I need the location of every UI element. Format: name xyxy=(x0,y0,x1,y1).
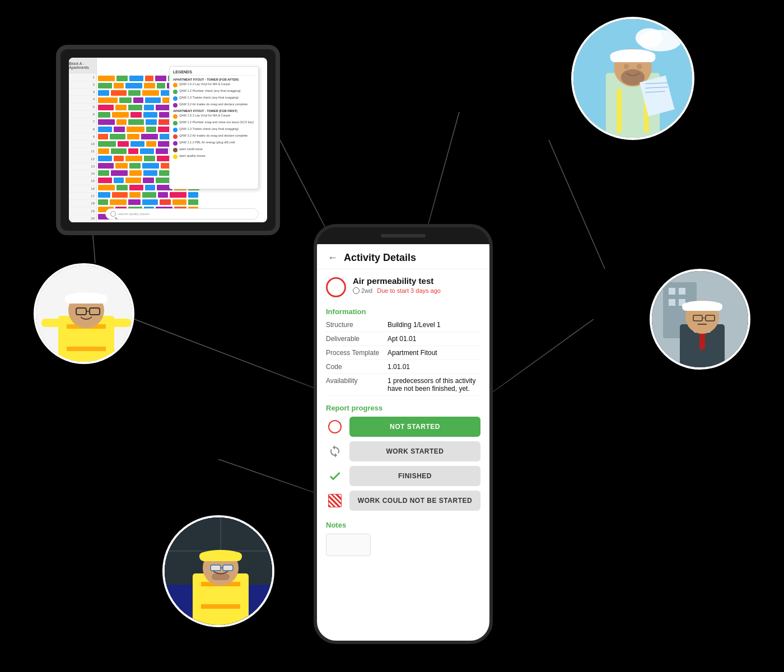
gantt-row-label: 11 xyxy=(69,148,96,155)
info-row-availability: Availability 1 predecessors of this acti… xyxy=(326,374,480,396)
gantt-row-label: 14 xyxy=(69,170,96,178)
info-row-deliverable: Deliverable Apt 01.01 xyxy=(326,332,480,346)
legend-title: LEGENDS xyxy=(173,70,255,76)
svg-rect-113 xyxy=(116,119,127,125)
report-progress-header: Report progress xyxy=(317,400,489,414)
gantt-sidebar-header: Block A - Apartments xyxy=(69,58,96,73)
phone-device: ← Activity Details Air permeability test… xyxy=(314,224,493,644)
svg-rect-143 xyxy=(140,148,154,154)
finished-button[interactable]: FINISHED xyxy=(349,466,480,486)
work-started-button[interactable]: WORK STARTED xyxy=(349,441,480,461)
progress-option-finished[interactable]: FINISHED xyxy=(326,466,480,486)
worker-photo-top-right xyxy=(571,17,694,140)
gantt-row-label: 16 xyxy=(69,185,96,193)
activity-status-circle xyxy=(326,277,346,297)
svg-rect-115 xyxy=(146,119,157,125)
svg-rect-69 xyxy=(116,76,128,81)
work-started-icon xyxy=(326,442,344,460)
info-row-structure: Structure Building 1/Level 1 xyxy=(326,318,480,332)
svg-rect-70 xyxy=(129,76,143,81)
svg-rect-80 xyxy=(157,83,165,88)
svg-rect-85 xyxy=(111,90,127,96)
svg-rect-175 xyxy=(98,185,115,190)
svg-rect-43 xyxy=(201,604,240,609)
gantt-row-label: 3 xyxy=(69,88,96,96)
svg-rect-109 xyxy=(159,112,169,118)
progress-option-not-started[interactable]: NOT STARTED xyxy=(326,417,480,437)
not-started-button[interactable]: NOT STARTED xyxy=(349,417,480,437)
svg-rect-105 xyxy=(98,112,110,118)
gantt-row-label: 20 xyxy=(69,215,96,222)
gantt-row-label: 12 xyxy=(69,155,96,162)
progress-option-could-not-start[interactable]: WORK COULD NOT BE STARTED xyxy=(326,491,480,511)
svg-rect-48 xyxy=(223,565,233,571)
svg-rect-183 xyxy=(112,192,128,198)
svg-rect-101 xyxy=(144,105,154,110)
notes-header: Notes xyxy=(317,517,489,531)
svg-rect-171 xyxy=(143,178,154,183)
progress-option-work-started[interactable]: WORK STARTED xyxy=(326,441,480,461)
svg-rect-127 xyxy=(110,134,125,139)
svg-rect-76 xyxy=(98,83,112,88)
not-started-icon xyxy=(326,418,344,436)
structure-label: Structure xyxy=(326,321,388,329)
svg-rect-176 xyxy=(116,185,128,190)
gantt-row-label: 19 xyxy=(69,207,96,214)
svg-rect-148 xyxy=(114,156,124,161)
svg-rect-77 xyxy=(114,83,124,88)
code-value: 1.01.01 xyxy=(388,363,480,371)
svg-rect-192 xyxy=(142,199,158,205)
search-bar[interactable]: search quality issues xyxy=(105,208,259,220)
gantt-row-label: 2 xyxy=(69,81,96,88)
gantt-chart[interactable]: LEGENDS APARTMENT FITOUT - TOWER (FGB AF… xyxy=(97,58,267,222)
svg-rect-149 xyxy=(125,156,142,161)
activity-info-row: Air permeability test 2wd Due to start 3… xyxy=(317,269,489,304)
hatch-pattern-icon xyxy=(328,494,342,507)
svg-rect-56 xyxy=(669,299,675,306)
svg-rect-17 xyxy=(617,89,622,132)
notes-input[interactable] xyxy=(326,534,371,556)
svg-rect-162 xyxy=(111,170,128,176)
svg-rect-46 xyxy=(199,552,242,561)
svg-rect-13 xyxy=(610,53,656,62)
svg-rect-169 xyxy=(114,178,124,183)
svg-rect-87 xyxy=(142,90,159,96)
svg-rect-79 xyxy=(144,83,155,88)
could-not-start-button[interactable]: WORK COULD NOT BE STARTED xyxy=(349,491,480,511)
svg-rect-128 xyxy=(127,134,139,139)
svg-rect-54 xyxy=(669,288,675,295)
svg-rect-86 xyxy=(128,90,141,96)
svg-rect-93 xyxy=(133,97,143,103)
svg-rect-164 xyxy=(143,170,157,176)
svg-rect-30 xyxy=(65,295,108,304)
svg-rect-71 xyxy=(145,76,153,81)
svg-rect-163 xyxy=(129,170,142,176)
finished-label: FINISHED xyxy=(398,472,432,480)
svg-rect-91 xyxy=(98,97,118,103)
svg-rect-136 xyxy=(146,141,156,147)
could-not-start-icon xyxy=(326,492,344,510)
phone-notch xyxy=(317,227,489,244)
gantt-row-label: 5 xyxy=(69,104,96,111)
svg-rect-182 xyxy=(98,192,110,198)
svg-rect-195 xyxy=(188,199,198,205)
activity-meta: 2wd Due to start 3 days ago xyxy=(353,287,441,294)
svg-rect-189 xyxy=(98,199,108,205)
svg-rect-27 xyxy=(67,347,106,351)
gantt-row-label: 6 xyxy=(69,111,96,118)
back-button[interactable]: ← xyxy=(326,251,339,264)
svg-rect-170 xyxy=(125,178,141,183)
info-row-code: Code 1.01.01 xyxy=(326,360,480,374)
info-table: Structure Building 1/Level 1 Deliverable… xyxy=(317,318,489,396)
svg-rect-141 xyxy=(111,148,127,154)
svg-rect-108 xyxy=(143,112,157,118)
code-label: Code xyxy=(326,363,388,371)
deliverable-label: Deliverable xyxy=(326,335,388,343)
svg-rect-120 xyxy=(114,127,125,132)
svg-rect-147 xyxy=(98,156,112,161)
svg-rect-184 xyxy=(129,192,141,198)
svg-rect-150 xyxy=(144,156,155,161)
svg-rect-177 xyxy=(129,185,143,190)
svg-rect-122 xyxy=(146,127,156,132)
gantt-row-label: 17 xyxy=(69,193,96,200)
